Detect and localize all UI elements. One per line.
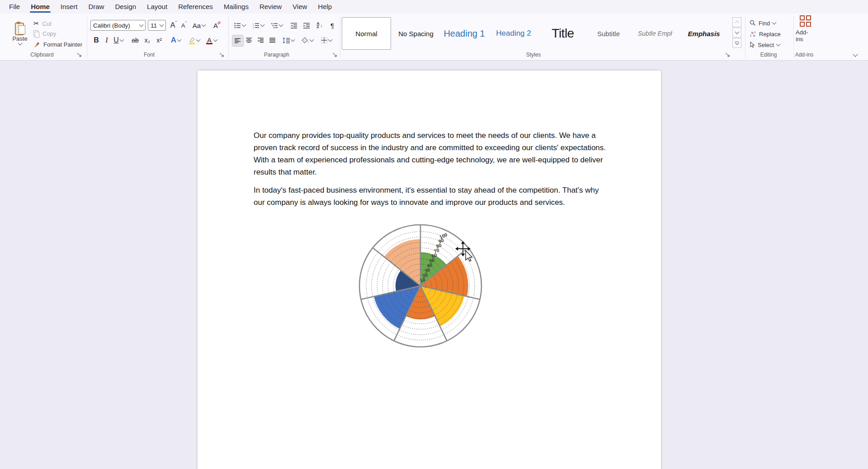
decrease-indent-button[interactable] (288, 20, 299, 31)
align-left-icon (235, 38, 241, 43)
title-menu-bar: File Home Insert Draw Design Layout Refe… (0, 0, 868, 14)
collapse-ribbon-button[interactable] (850, 51, 861, 59)
menu-tab-references[interactable]: References (173, 0, 218, 14)
grow-font-button[interactable]: Aˆ (168, 20, 179, 31)
menu-tab-file[interactable]: File (4, 0, 25, 14)
document-body-text: Our company provides top-quality product… (254, 129, 611, 214)
style-normal[interactable]: Normal (342, 17, 391, 50)
scissors-icon: ✂ (33, 19, 39, 28)
addins-group-label: Add-ins (788, 52, 820, 58)
paragraph[interactable]: Our company provides top-quality product… (254, 129, 611, 178)
justify-button[interactable] (267, 35, 278, 46)
styles-dialog-launcher-icon[interactable] (725, 52, 731, 58)
subscript-button[interactable]: x₂ (142, 34, 153, 46)
copy-label: Copy (42, 30, 56, 37)
style-title[interactable]: Title (540, 17, 586, 50)
chevron-down-icon (291, 38, 295, 42)
addins-button[interactable]: Add-ins (796, 17, 815, 41)
clear-formatting-button[interactable]: A (210, 20, 222, 31)
style-no-spacing[interactable]: No Spacing (392, 17, 439, 50)
paragraph-dialog-launcher-icon[interactable] (332, 52, 338, 58)
cursor-arrow-icon (750, 42, 755, 48)
replace-button[interactable]: b c Replace (750, 29, 781, 39)
menu-tab-mailings[interactable]: Mailings (218, 0, 254, 14)
numbered-list-button[interactable]: 1 2 3 (250, 20, 266, 31)
strikethrough-button[interactable]: ab (129, 34, 141, 46)
chevron-down-icon (213, 38, 218, 42)
copy-button[interactable]: Copy (33, 29, 56, 38)
shrink-font-button[interactable]: Aˇ (179, 20, 189, 31)
align-right-button[interactable] (255, 35, 266, 46)
paragraph-group-label: Paragraph (258, 52, 296, 58)
menu-tab-review[interactable]: Review (254, 0, 287, 14)
text-highlight-button[interactable] (186, 34, 202, 46)
copy-icon (33, 30, 39, 37)
chevron-down-icon (196, 38, 200, 42)
superscript-button[interactable]: x² (154, 34, 165, 46)
group-separator (745, 16, 745, 58)
font-size-combobox[interactable]: 11 (148, 20, 166, 31)
shading-button[interactable] (299, 35, 316, 46)
font-color-icon: A (206, 36, 212, 44)
font-family-combobox[interactable]: Calibri (Body) (90, 20, 146, 31)
find-button[interactable]: Find (750, 18, 776, 28)
style-heading-1[interactable]: Heading 1 (441, 17, 487, 50)
paste-button[interactable]: Paste (11, 16, 29, 50)
show-formatting-marks-button[interactable]: ¶ (327, 20, 337, 31)
line-spacing-button[interactable] (281, 35, 296, 46)
italic-button[interactable]: I (102, 34, 111, 46)
styles-gallery-more-button[interactable] (732, 38, 741, 48)
styles-gallery-scroll-down-button[interactable] (732, 28, 741, 38)
font-color-button[interactable]: A (204, 34, 219, 46)
menu-tab-layout[interactable]: Layout (142, 0, 173, 14)
word-window: File Home Insert Draw Design Layout Refe… (0, 0, 868, 469)
text-effects-button[interactable]: A (169, 34, 183, 46)
style-emphasis[interactable]: Emphasis (680, 17, 727, 50)
menu-tab-design[interactable]: Design (109, 0, 142, 14)
font-size-value: 11 (151, 22, 157, 29)
menu-tab-view[interactable]: View (287, 0, 312, 14)
cut-button[interactable]: ✂ Cut (33, 19, 52, 28)
sort-button[interactable]: AZ ↓ (314, 20, 326, 31)
change-case-button[interactable]: Aa (192, 20, 206, 31)
group-separator (87, 16, 87, 58)
borders-button[interactable] (318, 35, 335, 46)
format-painter-button[interactable]: Format Painter (33, 40, 82, 49)
bullet-list-button[interactable] (232, 20, 247, 31)
chevron-down-icon (202, 23, 206, 27)
increase-indent-button[interactable] (301, 20, 312, 31)
format-painter-icon (33, 41, 40, 48)
menu-tab-help[interactable]: Help (312, 0, 337, 14)
chevron-down-icon (310, 38, 314, 42)
chevron-down-icon (177, 38, 182, 42)
align-right-icon (258, 38, 264, 43)
borders-icon (321, 37, 327, 43)
styles-gallery-scroll-up-button[interactable] (732, 17, 741, 27)
align-center-button[interactable] (244, 35, 255, 46)
document-page[interactable]: Our company provides top-quality product… (198, 71, 661, 469)
polar-chart-object[interactable]: 102030405060708090100 (353, 218, 488, 354)
chevron-down-icon (160, 23, 164, 27)
clipboard-dialog-launcher-icon[interactable] (77, 52, 82, 58)
change-case-label: Aa (193, 22, 201, 29)
style-subtle-emphasis[interactable]: Subtle Emphasis (638, 17, 672, 50)
format-painter-label: Format Painter (43, 41, 82, 48)
style-heading-2[interactable]: Heading 2 (491, 17, 537, 50)
select-button[interactable]: Select (750, 40, 780, 50)
highlighter-icon (189, 37, 195, 44)
paragraph[interactable]: In today's fast-paced business environme… (254, 184, 611, 208)
font-dialog-launcher-icon[interactable] (219, 52, 225, 58)
align-left-button[interactable] (232, 35, 244, 47)
chevron-down-icon (119, 38, 124, 42)
underline-button[interactable]: U (111, 34, 126, 46)
chevron-down-icon (241, 23, 246, 27)
menu-tab-insert[interactable]: Insert (55, 0, 83, 14)
bold-button[interactable]: B (91, 34, 101, 46)
menu-tab-draw[interactable]: Draw (83, 0, 109, 14)
find-label: Find (759, 20, 770, 27)
paint-bucket-icon (302, 37, 309, 44)
menu-tab-home[interactable]: Home (25, 0, 55, 14)
addins-button-label: Add-ins (796, 29, 815, 43)
multilevel-list-button[interactable] (269, 20, 284, 31)
style-subtitle[interactable]: Subtitle (585, 17, 632, 50)
